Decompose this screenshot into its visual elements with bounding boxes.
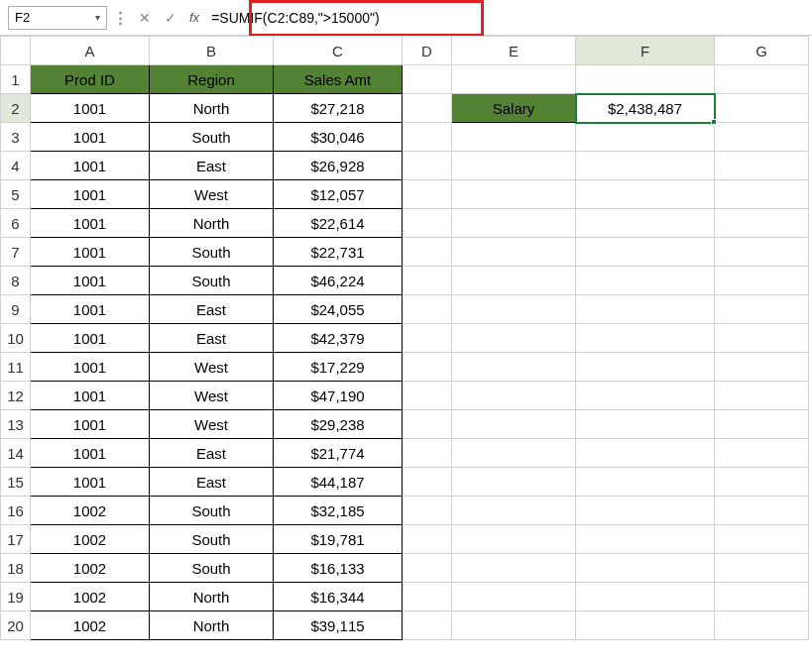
cell-E13[interactable] xyxy=(452,410,576,439)
cell-B3[interactable]: South xyxy=(150,123,274,152)
cell-G3[interactable] xyxy=(715,123,809,152)
cell-D12[interactable] xyxy=(403,382,452,410)
col-header-G[interactable]: G xyxy=(715,37,809,65)
cell-G14[interactable] xyxy=(715,439,809,468)
cell-F18[interactable] xyxy=(576,554,715,583)
cell-C19[interactable]: $16,344 xyxy=(274,583,403,611)
cell-E4[interactable] xyxy=(452,152,576,180)
cell-C2[interactable]: $27,218 xyxy=(274,94,403,123)
cell-G20[interactable] xyxy=(715,611,809,640)
col-header-F[interactable]: F xyxy=(576,37,715,65)
cell-A4[interactable]: 1001 xyxy=(31,152,150,180)
row-header[interactable]: 1 xyxy=(1,65,31,94)
cell-C12[interactable]: $47,190 xyxy=(274,382,403,410)
cell-F2[interactable]: $2,438,487 xyxy=(576,94,715,123)
cell-E20[interactable] xyxy=(452,611,576,640)
cell-G12[interactable] xyxy=(715,382,809,410)
cell-C6[interactable]: $22,614 xyxy=(274,209,403,238)
cell-C5[interactable]: $12,057 xyxy=(274,180,403,209)
cell-F15[interactable] xyxy=(576,468,715,497)
cell-A17[interactable]: 1002 xyxy=(31,525,150,554)
row-header[interactable]: 19 xyxy=(1,583,31,611)
chevron-down-icon[interactable]: ▾ xyxy=(95,12,100,23)
cell-B4[interactable]: East xyxy=(150,152,274,180)
cell-D16[interactable] xyxy=(403,497,452,525)
row-header[interactable]: 5 xyxy=(1,180,31,209)
row-header[interactable]: 4 xyxy=(1,152,31,180)
cell-E8[interactable] xyxy=(452,267,576,295)
cell-A20[interactable]: 1002 xyxy=(31,611,150,640)
cell-G16[interactable] xyxy=(715,497,809,525)
cell-D15[interactable] xyxy=(403,468,452,497)
cell-F9[interactable] xyxy=(576,295,715,324)
cell-B13[interactable]: West xyxy=(150,410,274,439)
formula-input[interactable] xyxy=(207,6,804,30)
cell-A3[interactable]: 1001 xyxy=(31,123,150,152)
cell-F1[interactable] xyxy=(576,65,715,94)
cell-C4[interactable]: $26,928 xyxy=(274,152,403,180)
col-header-B[interactable]: B xyxy=(150,37,274,65)
select-all-corner[interactable] xyxy=(1,37,31,65)
cell-A11[interactable]: 1001 xyxy=(31,353,150,382)
cell-E17[interactable] xyxy=(452,525,576,554)
col-header-E[interactable]: E xyxy=(452,37,576,65)
cell-G6[interactable] xyxy=(715,209,809,238)
cell-E15[interactable] xyxy=(452,468,576,497)
cell-E2[interactable]: Salary xyxy=(452,94,576,123)
cell-F3[interactable] xyxy=(576,123,715,152)
cell-G4[interactable] xyxy=(715,152,809,180)
row-header[interactable]: 18 xyxy=(1,554,31,583)
name-box[interactable]: F2 ▾ xyxy=(8,6,107,30)
cell-F12[interactable] xyxy=(576,382,715,410)
cell-A10[interactable]: 1001 xyxy=(31,324,150,353)
row-header[interactable]: 2 xyxy=(1,94,31,123)
cell-F14[interactable] xyxy=(576,439,715,468)
cell-B19[interactable]: North xyxy=(150,583,274,611)
cell-B15[interactable]: East xyxy=(150,468,274,497)
row-header[interactable]: 15 xyxy=(1,468,31,497)
cell-D18[interactable] xyxy=(403,554,452,583)
cell-D20[interactable] xyxy=(403,611,452,640)
cell-B9[interactable]: East xyxy=(150,295,274,324)
cell-F17[interactable] xyxy=(576,525,715,554)
cell-D5[interactable] xyxy=(403,180,452,209)
cell-B2[interactable]: North xyxy=(150,94,274,123)
cell-G11[interactable] xyxy=(715,353,809,382)
cell-C1[interactable]: Sales Amt xyxy=(274,65,403,94)
cell-G10[interactable] xyxy=(715,324,809,353)
cell-F8[interactable] xyxy=(576,267,715,295)
cell-E7[interactable] xyxy=(452,238,576,267)
cell-E5[interactable] xyxy=(452,180,576,209)
cell-C17[interactable]: $19,781 xyxy=(274,525,403,554)
cell-G8[interactable] xyxy=(715,267,809,295)
cell-A15[interactable]: 1001 xyxy=(31,468,150,497)
cell-A2[interactable]: 1001 xyxy=(31,94,150,123)
cell-C13[interactable]: $29,238 xyxy=(274,410,403,439)
confirm-icon[interactable]: ✓ xyxy=(160,7,181,29)
cell-F19[interactable] xyxy=(576,583,715,611)
col-header-D[interactable]: D xyxy=(403,37,452,65)
cell-G7[interactable] xyxy=(715,238,809,267)
cell-B16[interactable]: South xyxy=(150,497,274,525)
cell-D3[interactable] xyxy=(403,123,452,152)
cell-E1[interactable] xyxy=(452,65,576,94)
cancel-icon[interactable]: ✕ xyxy=(134,7,156,29)
cell-G2[interactable] xyxy=(715,94,809,123)
cell-A14[interactable]: 1001 xyxy=(31,439,150,468)
cell-D13[interactable] xyxy=(403,410,452,439)
cell-C9[interactable]: $24,055 xyxy=(274,295,403,324)
cell-A6[interactable]: 1001 xyxy=(31,209,150,238)
cell-D4[interactable] xyxy=(403,152,452,180)
col-header-A[interactable]: A xyxy=(31,37,150,65)
cell-F16[interactable] xyxy=(576,497,715,525)
cell-C3[interactable]: $30,046 xyxy=(274,123,403,152)
cell-D19[interactable] xyxy=(403,583,452,611)
cell-E12[interactable] xyxy=(452,382,576,410)
row-header[interactable]: 14 xyxy=(1,439,31,468)
cell-A13[interactable]: 1001 xyxy=(31,410,150,439)
row-header[interactable]: 13 xyxy=(1,410,31,439)
cell-C20[interactable]: $39,115 xyxy=(274,611,403,640)
row-header[interactable]: 7 xyxy=(1,238,31,267)
cell-G19[interactable] xyxy=(715,583,809,611)
col-header-C[interactable]: C xyxy=(274,37,403,65)
